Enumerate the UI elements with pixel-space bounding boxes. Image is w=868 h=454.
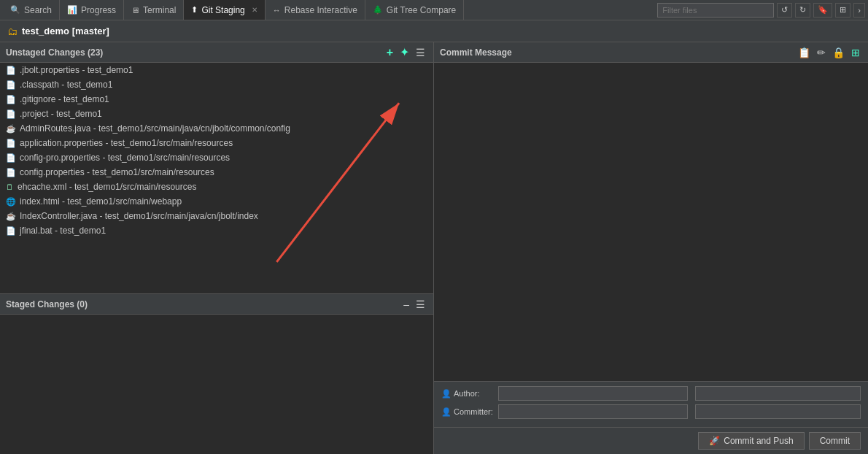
file-name: index.html - test_demo1/src/main/webapp bbox=[20, 196, 182, 207]
add-all-button[interactable]: + bbox=[384, 46, 395, 59]
committer-label: 👤 Committer: bbox=[441, 407, 494, 417]
commit-title: Commit Message bbox=[440, 47, 512, 58]
commit-toolbar: 📋 ✏ 🔒 ⊞ bbox=[796, 46, 862, 59]
file-name: ehcache.xml - test_demo1/src/main/resour… bbox=[18, 182, 196, 192]
author-email-input[interactable] bbox=[695, 386, 861, 401]
file-name: .gitignore - test_demo1 bbox=[20, 94, 109, 104]
unstaged-section-header: Unstaged Changes (23) + ✦ ☰ bbox=[0, 42, 433, 63]
unstaged-options-button[interactable]: ☰ bbox=[414, 46, 427, 59]
list-item[interactable]: 📄 .gitignore - test_demo1 bbox=[0, 92, 433, 107]
git-tree-tab-icon: 🌲 bbox=[373, 5, 383, 15]
unstaged-files-container: 📄 .jbolt.properties - test_demo1 📄 .clas… bbox=[0, 63, 433, 293]
terminal-tab-icon: 🖥 bbox=[131, 6, 139, 15]
staged-options-button[interactable]: ☰ bbox=[414, 299, 427, 310]
list-item[interactable]: 📄 config-pro.properties - test_demo1/src… bbox=[0, 150, 433, 165]
author-input[interactable] bbox=[498, 386, 688, 401]
tab-close-git-staging[interactable]: ✕ bbox=[252, 6, 257, 14]
file-name: IndexController.java - test_demo1/src/ma… bbox=[20, 211, 258, 221]
push-icon: 🚀 bbox=[709, 436, 720, 446]
file-icon: 📄 bbox=[6, 109, 16, 119]
file-icon: 🗒 bbox=[6, 182, 14, 191]
page-title: test_demo [master] bbox=[22, 26, 109, 36]
file-name: .jbolt.properties - test_demo1 bbox=[20, 65, 133, 75]
commit-header: Commit Message 📋 ✏ 🔒 ⊞ bbox=[434, 42, 868, 63]
file-name: .classpath - test_demo1 bbox=[20, 80, 112, 90]
filter-files-input[interactable] bbox=[657, 3, 774, 18]
tab-search[interactable]: 🔍 Search bbox=[3, 0, 60, 20]
rebase-tab-icon: ↔ bbox=[273, 6, 281, 15]
right-panel: Commit Message 📋 ✏ 🔒 ⊞ 👤 Author: bbox=[434, 42, 868, 454]
main-layout: Unstaged Changes (23) + ✦ ☰ 📄 .jbolt.pro… bbox=[0, 42, 868, 454]
file-name: application.properties - test_demo1/src/… bbox=[20, 138, 233, 148]
tab-terminal[interactable]: 🖥 Terminal bbox=[124, 0, 184, 20]
list-item[interactable]: 📄 .classpath - test_demo1 bbox=[0, 77, 433, 92]
tab-bar-right: ↺ ↻ 🔖 ⊞ › bbox=[657, 3, 865, 18]
list-item[interactable]: 📄 jfinal.bat - test_demo1 bbox=[0, 223, 433, 238]
author-section: 👤 Author: 👤 Committer: bbox=[434, 381, 868, 427]
stage-selected-button[interactable]: ✦ bbox=[398, 46, 411, 59]
commit-and-push-button[interactable]: 🚀 Commit and Push bbox=[698, 432, 804, 450]
tab-progress[interactable]: 📊 Progress bbox=[60, 0, 124, 20]
commit-buttons: 🚀 Commit and Push Commit bbox=[434, 427, 868, 454]
list-item[interactable]: ☕ AdminRoutes.java - test_demo1/src/main… bbox=[0, 121, 433, 136]
unstaged-file-list[interactable]: 📄 .jbolt.properties - test_demo1 📄 .clas… bbox=[0, 63, 433, 293]
committer-email-input[interactable] bbox=[695, 404, 861, 419]
file-icon: 📄 bbox=[6, 66, 16, 75]
toolbar-sync-btn[interactable]: ↻ bbox=[795, 3, 810, 18]
toolbar-layout-btn[interactable]: ⊞ bbox=[835, 3, 850, 18]
committer-icon: 👤 bbox=[441, 407, 452, 417]
toolbar-refresh-btn[interactable]: ↺ bbox=[777, 3, 792, 18]
file-icon: ☕ bbox=[6, 124, 16, 134]
list-item[interactable]: 🗒 ehcache.xml - test_demo1/src/main/reso… bbox=[0, 180, 433, 194]
git-staging-tab-icon: ⬆ bbox=[191, 5, 198, 15]
staged-section: Staged Changes (0) – ☰ bbox=[0, 293, 433, 454]
tab-bar: 🔍 Search 📊 Progress 🖥 Terminal ⬆ Git Sta… bbox=[0, 0, 868, 20]
file-name: config.properties - test_demo1/src/main/… bbox=[20, 167, 214, 177]
file-icon: ☕ bbox=[6, 212, 16, 221]
unstaged-actions: + ✦ ☰ bbox=[384, 46, 427, 59]
file-name: config-pro.properties - test_demo1/src/m… bbox=[20, 153, 230, 163]
committer-input[interactable] bbox=[498, 404, 688, 419]
file-icon: 📄 bbox=[6, 168, 16, 177]
search-tab-icon: 🔍 bbox=[10, 5, 20, 15]
commit-icon-btn4[interactable]: ⊞ bbox=[849, 46, 862, 59]
author-icon: 👤 bbox=[441, 389, 452, 399]
file-icon: 📄 bbox=[6, 95, 16, 104]
commit-icon-btn2[interactable]: ✏ bbox=[815, 46, 828, 59]
toolbar-more-btn[interactable]: › bbox=[853, 3, 865, 18]
file-icon: 🌐 bbox=[6, 197, 16, 207]
tab-rebase-interactive[interactable]: ↔ Rebase Interactive bbox=[266, 0, 365, 20]
file-icon: 📄 bbox=[6, 139, 16, 148]
commit-message-input[interactable] bbox=[434, 63, 868, 381]
staged-title: Staged Changes (0) bbox=[6, 299, 88, 309]
commit-icon-btn3[interactable]: 🔒 bbox=[830, 46, 847, 59]
left-panel: Unstaged Changes (23) + ✦ ☰ 📄 .jbolt.pro… bbox=[0, 42, 434, 454]
list-item[interactable]: 🌐 index.html - test_demo1/src/main/webap… bbox=[0, 194, 433, 209]
list-item[interactable]: 📄 .jbolt.properties - test_demo1 bbox=[0, 63, 433, 77]
file-icon: 📄 bbox=[6, 80, 16, 90]
file-name: jfinal.bat - test_demo1 bbox=[20, 226, 106, 236]
commit-button[interactable]: Commit bbox=[809, 432, 861, 450]
list-item[interactable]: 📄 .project - test_demo1 bbox=[0, 107, 433, 121]
staged-file-area[interactable] bbox=[0, 315, 433, 454]
unstage-all-button[interactable]: – bbox=[401, 299, 411, 310]
project-icon: 🗂 bbox=[7, 26, 18, 37]
list-item[interactable]: ☕ IndexController.java - test_demo1/src/… bbox=[0, 209, 433, 223]
tab-git-tree-compare[interactable]: 🌲 Git Tree Compare bbox=[365, 0, 464, 20]
title-bar: 🗂 test_demo [master] bbox=[0, 20, 868, 42]
author-row: 👤 Author: bbox=[441, 386, 861, 401]
file-icon: 📄 bbox=[6, 153, 16, 163]
file-name: AdminRoutes.java - test_demo1/src/main/j… bbox=[20, 123, 290, 134]
commit-icon-btn1[interactable]: 📋 bbox=[796, 46, 813, 59]
file-name: .project - test_demo1 bbox=[20, 109, 102, 119]
list-item[interactable]: 📄 config.properties - test_demo1/src/mai… bbox=[0, 165, 433, 180]
staged-actions: – ☰ bbox=[401, 299, 427, 310]
tab-git-staging[interactable]: ⬆ Git Staging ✕ bbox=[184, 0, 265, 20]
toolbar-bookmark-btn[interactable]: 🔖 bbox=[813, 3, 832, 18]
committer-row: 👤 Committer: bbox=[441, 404, 861, 419]
list-item[interactable]: 📄 application.properties - test_demo1/sr… bbox=[0, 136, 433, 150]
progress-tab-icon: 📊 bbox=[67, 5, 77, 15]
author-label: 👤 Author: bbox=[441, 389, 494, 399]
file-icon: 📄 bbox=[6, 226, 16, 236]
staged-section-header: Staged Changes (0) – ☰ bbox=[0, 294, 433, 315]
